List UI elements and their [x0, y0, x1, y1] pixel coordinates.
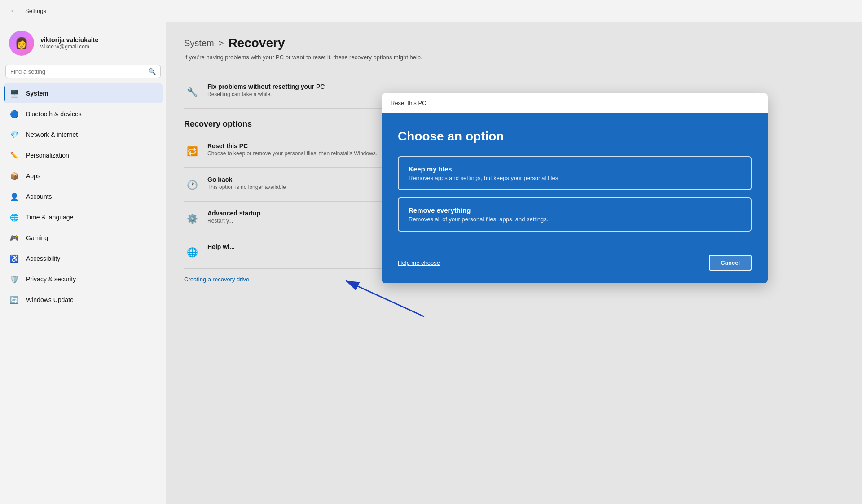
main-layout: 👩 viktorija valciukaite wikce.w@gmail.co…: [0, 22, 862, 504]
sidebar-item-bluetooth[interactable]: 🔵 Bluetooth & devices: [4, 104, 163, 124]
nav-list: 🖥️ System 🔵 Bluetooth & devices 💎 Networ…: [0, 83, 166, 310]
nav-icon-bluetooth: 🔵: [9, 109, 20, 119]
dialog-header: Reset this PC: [382, 93, 768, 113]
nav-label-personalization: Personalization: [26, 152, 69, 159]
nav-label-time: Time & language: [26, 214, 73, 221]
sidebar-item-windows-update[interactable]: 🔄 Windows Update: [4, 290, 163, 310]
remove-everything-desc: Removes all of your personal files, apps…: [409, 216, 741, 223]
dialog-footer: Help me choose Cancel: [382, 255, 768, 283]
keep-files-desc: Removes apps and settings, but keeps you…: [409, 175, 741, 181]
nav-label-privacy: Privacy & security: [26, 276, 76, 283]
sidebar-item-privacy[interactable]: 🛡️ Privacy & security: [4, 269, 163, 289]
avatar: 👩: [9, 31, 34, 56]
dialog-body: Choose an option Keep my files Removes a…: [382, 113, 768, 255]
sidebar-item-accounts[interactable]: 👤 Accounts: [4, 187, 163, 206]
reset-dialog: Reset this PC Choose an option Keep my f…: [382, 93, 768, 283]
nav-icon-accessibility: ♿: [9, 253, 20, 264]
nav-label-windows-update: Windows Update: [26, 296, 74, 303]
nav-icon-gaming: 🎮: [9, 232, 20, 243]
sidebar-item-apps[interactable]: 📦 Apps: [4, 166, 163, 186]
sidebar-item-network[interactable]: 💎 Network & internet: [4, 125, 163, 145]
nav-label-bluetooth: Bluetooth & devices: [26, 110, 82, 118]
search-icon: 🔍: [148, 68, 156, 75]
user-email: wikce.w@gmail.com: [40, 44, 98, 50]
sidebar-item-personalization[interactable]: ✏️ Personalization: [4, 145, 163, 165]
user-name: viktorija valciukaite: [40, 36, 98, 44]
dialog-header-title: Reset this PC: [391, 100, 426, 106]
sidebar-item-system[interactable]: 🖥️ System: [4, 83, 163, 103]
search-input[interactable]: [10, 68, 145, 75]
keep-files-option[interactable]: Keep my files Removes apps and settings,…: [398, 156, 752, 190]
search-box[interactable]: 🔍: [5, 65, 161, 78]
user-profile: 👩 viktorija valciukaite wikce.w@gmail.co…: [0, 22, 166, 65]
titlebar-title: Settings: [25, 8, 46, 14]
nav-label-gaming: Gaming: [26, 234, 48, 241]
sidebar-item-time[interactable]: 🌐 Time & language: [4, 207, 163, 227]
remove-everything-option[interactable]: Remove everything Removes all of your pe…: [398, 197, 752, 232]
nav-icon-network: 💎: [9, 129, 20, 140]
nav-icon-system: 🖥️: [9, 88, 20, 99]
nav-icon-windows-update: 🔄: [9, 294, 20, 305]
nav-icon-accounts: 👤: [9, 191, 20, 202]
nav-icon-time: 🌐: [9, 212, 20, 223]
cancel-button[interactable]: Cancel: [709, 255, 752, 271]
dialog-title: Choose an option: [398, 129, 752, 144]
back-button[interactable]: ←: [7, 4, 20, 17]
nav-icon-privacy: 🛡️: [9, 274, 20, 285]
nav-label-system: System: [26, 90, 48, 97]
sidebar: 👩 viktorija valciukaite wikce.w@gmail.co…: [0, 22, 166, 504]
titlebar: ← Settings: [0, 0, 862, 22]
remove-everything-title: Remove everything: [409, 206, 741, 214]
sidebar-item-gaming[interactable]: 🎮 Gaming: [4, 228, 163, 248]
nav-icon-personalization: ✏️: [9, 150, 20, 161]
nav-label-network: Network & internet: [26, 131, 78, 138]
nav-icon-apps: 📦: [9, 171, 20, 181]
nav-label-accessibility: Accessibility: [26, 255, 60, 262]
nav-label-apps: Apps: [26, 172, 40, 180]
nav-label-accounts: Accounts: [26, 193, 52, 200]
keep-files-title: Keep my files: [409, 165, 741, 173]
user-info: viktorija valciukaite wikce.w@gmail.com: [40, 36, 98, 50]
help-me-choose-link[interactable]: Help me choose: [398, 259, 440, 266]
sidebar-item-accessibility[interactable]: ♿ Accessibility: [4, 249, 163, 268]
content-area: System > Recovery If you're having probl…: [166, 22, 862, 504]
